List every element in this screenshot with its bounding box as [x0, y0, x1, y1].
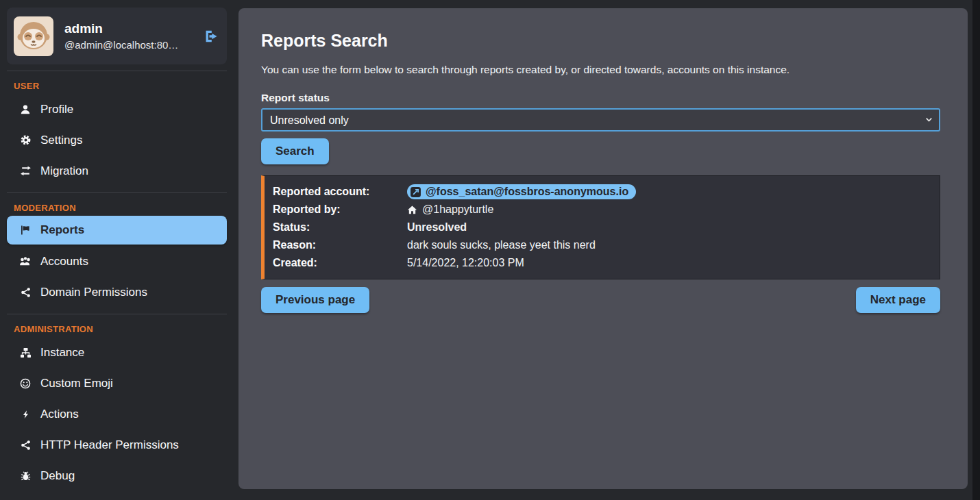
sidebar-item-migration[interactable]: Migration	[7, 155, 227, 186]
sidebar-section-moderation: MODERATION Reports Accounts	[7, 203, 227, 308]
row-label: Created:	[273, 257, 407, 269]
sidebar-item-label: Custom Emoji	[40, 377, 113, 390]
bug-icon	[19, 471, 32, 482]
row-label: Reported account:	[273, 186, 407, 198]
user-card[interactable]: admin @admin@localhost:80…	[7, 8, 227, 64]
divider	[7, 71, 227, 71]
sidebar-item-debug[interactable]: Debug	[7, 460, 227, 491]
section-header: MODERATION	[7, 203, 227, 213]
reported-account-link[interactable]: @foss_satan@fossbros-anonymous.io	[407, 184, 636, 199]
users-icon	[19, 256, 32, 267]
sidebar-section-user: USER Profile Settings	[7, 81, 227, 186]
avatar	[14, 16, 53, 56]
report-card[interactable]: Reported account: @foss_satan@fossbros-a…	[261, 175, 940, 279]
sidebar-item-instance[interactable]: Instance	[7, 337, 227, 368]
share-nodes-icon	[19, 440, 32, 451]
transfer-arrows-icon	[19, 165, 32, 177]
smiley-icon	[19, 378, 32, 389]
report-row-status: Status: Unresolved	[273, 218, 931, 236]
sidebar-item-label: Settings	[40, 134, 82, 147]
sidebar-item-label: Migration	[40, 164, 88, 178]
report-reason-value: dark souls sucks, please yeet this nerd	[407, 239, 931, 251]
reports-panel: Reports Search You can use the form belo…	[238, 8, 968, 489]
report-row-reason: Reason: dark souls sucks, please yeet th…	[273, 236, 931, 254]
reported-account-handle: @foss_satan@fossbros-anonymous.io	[426, 186, 628, 198]
sidebar-item-label: Reports	[40, 223, 84, 237]
section-header: USER	[7, 81, 227, 91]
sidebar-item-accounts[interactable]: Accounts	[7, 246, 227, 277]
bolt-icon	[19, 409, 32, 420]
next-page-button[interactable]: Next page	[856, 287, 940, 313]
divider	[7, 314, 227, 314]
section-header: ADMINISTRATION	[7, 324, 227, 334]
sitemap-icon	[19, 347, 32, 358]
page-title: Reports Search	[261, 31, 940, 51]
user-icon	[19, 104, 32, 115]
sidebar: admin @admin@localhost:80… USER Profile	[0, 0, 238, 500]
sidebar-item-label: Instance	[40, 346, 84, 360]
report-status-select-wrap: Unresolved only	[261, 108, 940, 132]
gears-icon	[19, 134, 32, 146]
sidebar-item-custom-emoji[interactable]: Custom Emoji	[7, 368, 227, 399]
sidebar-item-label: Actions	[40, 408, 79, 421]
user-name: admin	[64, 21, 193, 36]
page-description: You can use the form below to search thr…	[261, 64, 940, 76]
home-icon	[407, 205, 417, 215]
sidebar-item-http-header-permissions[interactable]: HTTP Header Permissions	[7, 429, 227, 460]
report-status-value: Unresolved	[407, 221, 931, 234]
scrollbar[interactable]	[972, 0, 980, 500]
external-link-icon	[410, 186, 421, 198]
report-created-value: 5/14/2022, 12:20:03 PM	[407, 257, 931, 269]
pagination: Previous page Next page	[261, 287, 940, 313]
row-label: Status:	[273, 221, 407, 234]
row-label: Reported by:	[273, 203, 407, 216]
divider	[7, 192, 227, 193]
report-status-select[interactable]: Unresolved only	[261, 108, 940, 132]
sidebar-item-domain-permissions[interactable]: Domain Permissions	[7, 277, 227, 308]
row-label: Reason:	[273, 239, 407, 251]
sidebar-item-profile[interactable]: Profile	[7, 94, 227, 125]
sidebar-item-label: HTTP Header Permissions	[40, 438, 179, 452]
sidebar-item-actions[interactable]: Actions	[7, 399, 227, 429]
sidebar-section-administration: ADMINISTRATION Instance	[7, 324, 227, 491]
sign-out-icon[interactable]	[204, 29, 219, 44]
sidebar-item-label: Accounts	[40, 255, 88, 268]
report-row-reported-by: Reported by: @1happyturtle	[273, 201, 931, 218]
user-handle: @admin@localhost:80…	[64, 39, 193, 51]
user-meta: admin @admin@localhost:80…	[64, 21, 193, 51]
sidebar-item-label: Debug	[40, 469, 75, 483]
main-wrap: Reports Search You can use the form belo…	[238, 0, 972, 500]
report-row-created: Created: 5/14/2022, 12:20:03 PM	[273, 254, 931, 272]
sidebar-item-reports[interactable]: Reports	[7, 216, 227, 245]
previous-page-button[interactable]: Previous page	[261, 287, 369, 313]
report-row-reported-account: Reported account: @foss_satan@fossbros-a…	[273, 183, 931, 201]
search-button[interactable]: Search	[261, 138, 329, 164]
report-status-label: Report status	[261, 92, 940, 104]
sidebar-item-settings[interactable]: Settings	[7, 125, 227, 155]
sidebar-item-label: Profile	[40, 103, 73, 116]
reporter-handle: @1happyturtle	[422, 203, 493, 216]
sidebar-item-label: Domain Permissions	[40, 286, 147, 299]
share-nodes-icon	[19, 287, 32, 298]
flag-icon	[19, 225, 32, 236]
